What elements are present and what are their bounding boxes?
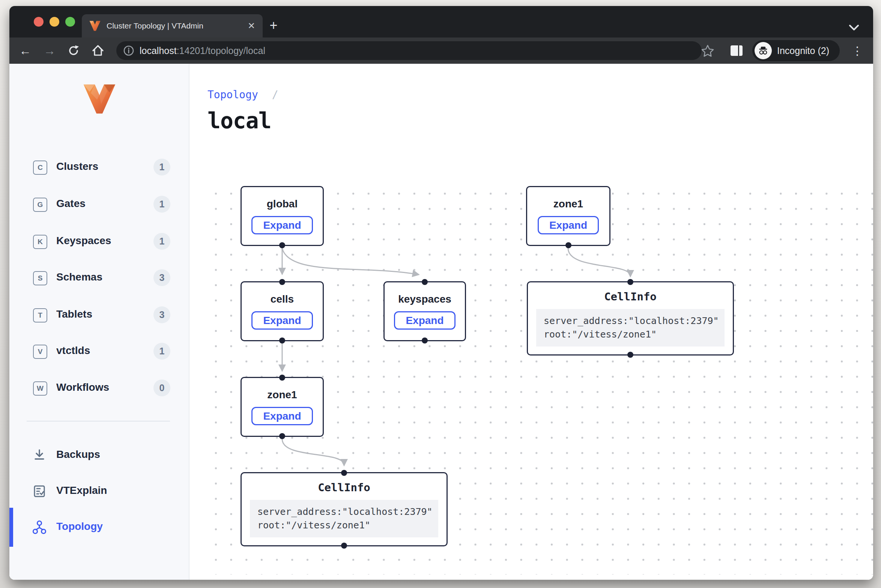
node-keyspaces: keyspaces Expand — [383, 281, 466, 341]
node-cellinfo-cells-zone1: CellInfo server_address:"localhost:2379"… — [241, 472, 448, 546]
browser-menu-icon[interactable]: ⋮ — [850, 38, 865, 64]
port-dot — [279, 242, 285, 248]
breadcrumb-separator: / — [272, 88, 278, 101]
sidebar-item-clusters[interactable]: C Clusters 1 — [9, 155, 189, 179]
topology-icon — [32, 520, 47, 535]
tab-title: Cluster Topology | VTAdmin — [107, 21, 244, 30]
sidebar-item-topology[interactable]: Topology — [9, 515, 189, 539]
clusters-letter-icon: C — [33, 160, 47, 175]
expand-button[interactable]: Expand — [538, 216, 599, 234]
sidebar-item-gates[interactable]: G Gates 1 — [9, 192, 189, 216]
port-dot — [565, 242, 571, 248]
cellinfo-code: server_address:"localhost:2379" root:"/v… — [536, 309, 725, 347]
keyspaces-letter-icon: K — [33, 235, 47, 249]
bookmark-star-icon[interactable] — [701, 44, 715, 58]
close-window-button[interactable] — [34, 17, 44, 27]
count-badge: 1 — [153, 159, 170, 176]
expand-button[interactable]: Expand — [251, 216, 313, 234]
incognito-icon — [758, 45, 769, 56]
port-dot — [422, 279, 428, 285]
code-line: server_address:"localhost:2379" — [544, 315, 719, 326]
sidebar-item-label: Schemas — [56, 271, 102, 283]
incognito-badge[interactable]: Incognito (2) — [752, 40, 840, 61]
vtctlds-letter-icon: V — [33, 345, 47, 359]
port-dot — [279, 279, 285, 285]
expand-button[interactable]: Expand — [251, 311, 313, 330]
browser-tab[interactable]: Cluster Topology | VTAdmin ✕ — [82, 14, 263, 38]
gates-letter-icon: G — [33, 198, 47, 212]
sidebar-item-workflows[interactable]: W Workflows 0 — [9, 376, 189, 400]
sidebar-item-vtexplain[interactable]: VTExplain — [9, 479, 189, 503]
port-dot — [627, 352, 633, 358]
workflows-letter-icon: W — [33, 381, 47, 396]
cellinfo-code: server_address:"localhost:2379" root:"/v… — [250, 500, 438, 538]
node-label: zone1 — [267, 389, 297, 401]
expand-button[interactable]: Expand — [251, 407, 313, 425]
address-bar[interactable]: localhost:14201/topology/local — [116, 41, 702, 60]
code-line: root:"/vitess/zone1" — [544, 329, 657, 340]
tablets-letter-icon: T — [33, 308, 47, 322]
tab-search-chevron-icon[interactable] — [848, 24, 860, 32]
count-badge: 1 — [153, 196, 170, 213]
node-cells: cells Expand — [241, 281, 324, 341]
active-item-indicator — [9, 508, 13, 547]
node-label: global — [267, 198, 298, 210]
browser-toolbar: ← → localhost:14201/topology/local — [9, 38, 873, 64]
topology-graph-canvas[interactable]: global Expand zone1 Expand cells Expand — [207, 180, 873, 574]
schemas-letter-icon: S — [33, 271, 47, 285]
back-button[interactable]: ← — [16, 38, 35, 64]
sidebar-item-label: Tablets — [56, 308, 92, 320]
tab-close-icon[interactable]: ✕ — [248, 21, 255, 31]
breadcrumb-topology-link[interactable]: Topology — [207, 88, 258, 101]
url-path: :14201/topology/local — [177, 45, 265, 56]
site-info-icon[interactable] — [123, 45, 134, 56]
minimize-window-button[interactable] — [50, 17, 59, 27]
home-button[interactable] — [89, 38, 107, 64]
tab-strip: Cluster Topology | VTAdmin ✕ + — [9, 6, 873, 38]
page-content: C Clusters 1 G Gates 1 K Keyspaces 1 S S… — [9, 64, 873, 580]
sidebar-item-backups[interactable]: Backups — [9, 443, 189, 467]
incognito-label: Incognito (2) — [777, 45, 829, 56]
vitess-favicon-icon — [89, 21, 101, 31]
sidebar-item-label: Gates — [56, 198, 86, 210]
sidebar: C Clusters 1 G Gates 1 K Keyspaces 1 S S… — [9, 64, 189, 580]
port-dot — [279, 433, 285, 439]
port-dot — [627, 279, 633, 285]
node-cellinfo-zone1: CellInfo server_address:"localhost:2379"… — [527, 281, 734, 356]
zoom-window-button[interactable] — [65, 17, 75, 27]
document-check-icon — [32, 484, 47, 499]
sidebar-item-tablets[interactable]: T Tablets 3 — [9, 303, 189, 327]
sidebar-item-label: VTExplain — [56, 484, 107, 496]
reload-button[interactable] — [64, 38, 83, 64]
port-dot — [422, 338, 428, 344]
sidebar-item-keyspaces[interactable]: K Keyspaces 1 — [9, 230, 189, 254]
sidebar-item-vtctlds[interactable]: V vtctlds 1 — [9, 339, 189, 363]
sidebar-item-label: Workflows — [56, 381, 109, 393]
sidebar-item-schemas[interactable]: S Schemas 3 — [9, 266, 189, 290]
sidebar-item-label: Topology — [56, 520, 103, 532]
node-label: keyspaces — [398, 293, 451, 305]
reload-icon — [67, 44, 80, 57]
browser-window: Cluster Topology | VTAdmin ✕ + ← → — [9, 6, 873, 580]
port-dot — [341, 543, 347, 549]
download-icon — [32, 448, 47, 463]
node-label: CellInfo — [318, 481, 370, 494]
count-badge: 3 — [153, 269, 170, 286]
url-host: localhost — [140, 45, 177, 56]
node-label: cells — [271, 293, 294, 305]
count-badge: 1 — [153, 343, 170, 360]
new-tab-button[interactable]: + — [266, 18, 281, 33]
port-dot — [279, 338, 285, 344]
forward-button[interactable]: → — [40, 38, 59, 64]
node-label: CellInfo — [604, 290, 657, 303]
count-badge: 0 — [153, 380, 170, 396]
expand-button[interactable]: Expand — [394, 311, 455, 330]
side-panel-icon[interactable] — [731, 45, 743, 56]
node-label: zone1 — [553, 198, 583, 210]
node-zone1-cell: zone1 Expand — [241, 377, 324, 437]
sidebar-item-label: Keyspaces — [56, 235, 111, 247]
node-zone1-root: zone1 Expand — [526, 186, 610, 246]
url-text: localhost:14201/topology/local — [140, 45, 265, 56]
port-dot — [341, 470, 347, 476]
code-line: root:"/vitess/zone1" — [257, 520, 370, 531]
